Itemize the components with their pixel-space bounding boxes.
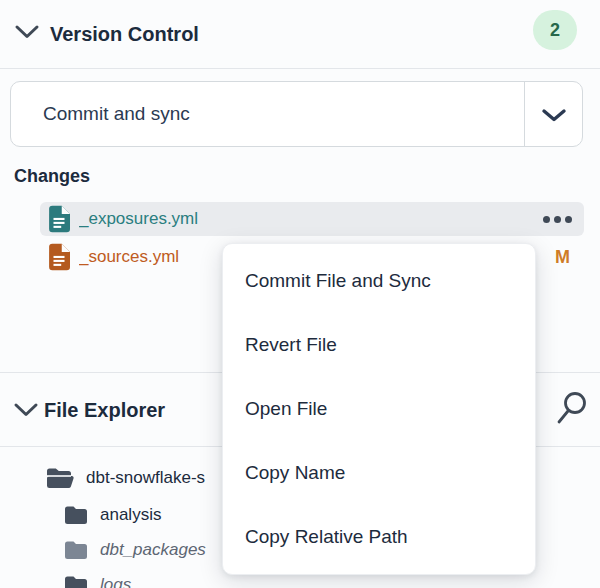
tree-item-logs[interactable]: logs	[64, 571, 131, 588]
menu-item-revert-file[interactable]: Revert File	[223, 313, 535, 377]
yml-file-icon	[48, 205, 70, 233]
version-control-title: Version Control	[50, 0, 199, 68]
yml-file-icon	[48, 243, 70, 271]
menu-item-copy-relative-path[interactable]: Copy Relative Path	[223, 505, 535, 569]
file-options-ellipsis-button[interactable]	[543, 212, 572, 227]
tree-item-label: logs	[100, 575, 131, 588]
file-explorer-title: File Explorer	[44, 373, 165, 447]
chevron-down-icon[interactable]	[541, 108, 567, 127]
menu-item-open-file[interactable]: Open File	[223, 377, 535, 441]
folder-icon	[64, 540, 88, 560]
changed-file-row[interactable]: _exposures.yml	[40, 202, 584, 236]
tree-item-dbt-packages[interactable]: dbt_packages	[64, 536, 206, 564]
tree-item-label: dbt_packages	[100, 540, 206, 560]
changes-section-label: Changes	[14, 166, 90, 187]
tree-item-label: analysis	[100, 505, 161, 525]
commit-action-label: Commit and sync	[43, 82, 190, 146]
dropdown-divider	[524, 82, 525, 146]
tree-item-label: dbt-snowflake-s	[86, 468, 205, 488]
folder-open-icon	[46, 467, 74, 490]
changes-count-badge: 2	[533, 10, 577, 50]
chevron-down-icon[interactable]	[13, 402, 39, 422]
modified-status-badge: M	[555, 247, 570, 268]
version-control-header: Version Control 2	[0, 0, 600, 69]
chevron-down-icon[interactable]	[14, 24, 40, 44]
folder-icon	[64, 505, 88, 525]
search-icon[interactable]	[552, 390, 586, 436]
commit-action-dropdown[interactable]: Commit and sync	[10, 81, 583, 147]
menu-item-commit-file-and-sync[interactable]: Commit File and Sync	[223, 249, 535, 313]
folder-icon	[64, 575, 88, 588]
changed-file-name: _exposures.yml	[79, 209, 543, 229]
tree-item-analysis[interactable]: analysis	[64, 501, 161, 529]
file-context-menu: Commit File and Sync Revert File Open Fi…	[222, 243, 536, 575]
tree-item-project-root[interactable]: dbt-snowflake-s	[46, 464, 205, 492]
version-control-panel: Version Control 2 Commit and sync Change…	[0, 0, 600, 588]
menu-item-copy-name[interactable]: Copy Name	[223, 441, 535, 505]
